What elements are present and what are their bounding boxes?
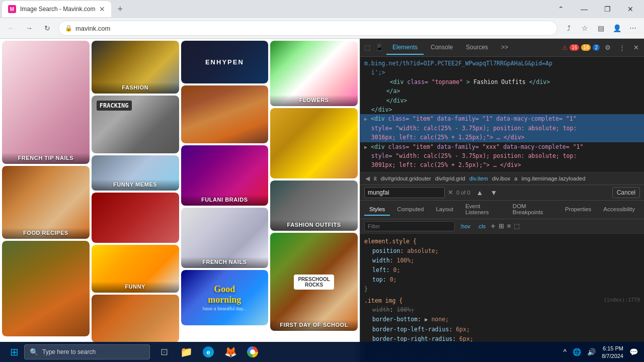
minimize-button[interactable]: — [573, 1, 596, 17]
menu-icon[interactable]: ⋯ [626, 21, 640, 35]
chevron-up-sys-icon[interactable]: ^ [561, 346, 569, 358]
sidebar-icon[interactable]: ▤ [594, 21, 608, 35]
breadcrumb-item-it[interactable]: it [374, 175, 377, 182]
grid-item-enhypen[interactable]: ENHYPEN [181, 41, 269, 83]
devtools-find-bar: ✕ 0 of 0 ▲ ▼ Cancel [360, 185, 644, 201]
tab-close-button[interactable]: ✕ [99, 5, 105, 13]
main-area: French Tip Nails Food Recipes Fashion di… [0, 39, 644, 362]
chrome-button[interactable] [243, 342, 263, 362]
tab-properties[interactable]: Properties [560, 204, 596, 216]
grid-item-food2[interactable] [92, 295, 179, 342]
grid-item-fulani-braids[interactable]: Fulani Braids [181, 145, 269, 206]
toolbar-icons: ⤴ ☆ ▤ 👤 ⋯ [561, 21, 640, 35]
grid-item-first-day[interactable]: PRESCHOOLROCKS First Day Of School [270, 233, 358, 331]
file-explorer-button[interactable]: 📁 [176, 342, 196, 362]
grid-item-french-tip-nails[interactable]: French Tip Nails [2, 41, 90, 164]
firefox-icon: 🦊 [224, 346, 237, 358]
breadcrumb-scroll-left[interactable]: ◀ [363, 174, 372, 183]
grid-item-funny[interactable]: Funny [92, 245, 179, 293]
close-button[interactable]: ✕ [619, 1, 642, 17]
tab-dom-breakpoints[interactable]: DOM Breakpoints [508, 201, 558, 219]
volume-icon[interactable]: 🔊 [585, 346, 598, 358]
vertical-dots-icon[interactable]: ⋮ [616, 42, 628, 54]
devtools-tab-bar: ⬚ 📱 Elements Console Sources >> ⚠ 16 14 … [360, 39, 644, 57]
grid-label-french-nails: French Nails [181, 257, 269, 268]
breadcrumb-item-gridout[interactable]: div#gridout.gridouter [381, 175, 431, 182]
star-icon[interactable]: ☆ [578, 21, 592, 35]
tab-styles[interactable]: Styles [364, 204, 390, 216]
firefox-button[interactable]: 🦊 [220, 342, 240, 362]
taskbar: ⊞ 🔍 Type here to search ⊡ 📁 e 🦊 ^ 🌐 🔊 [0, 342, 644, 362]
grid-item-french-nails[interactable]: French Nails [181, 208, 269, 268]
breadcrumb-item-item[interactable]: div.item [469, 175, 488, 182]
edge-button[interactable]: e [198, 342, 218, 362]
active-tab[interactable]: M Image Search - Mavink.com ✕ [2, 1, 111, 17]
grid-item-food-recipes[interactable]: Food Recipes [2, 166, 90, 239]
breadcrumb-item-grid[interactable]: div#grid.grid [435, 175, 465, 182]
find-clear-icon[interactable]: ✕ [448, 189, 453, 196]
breadcrumb-item-ibox[interactable]: div.ibox [492, 175, 510, 182]
profile-icon[interactable]: 👤 [610, 21, 624, 35]
devtools-close-button[interactable]: ✕ [630, 42, 642, 54]
grid-item-flowers[interactable]: Flowers [270, 41, 358, 106]
grid-label-fashion: Fashion [92, 82, 179, 94]
tab-console[interactable]: Console [425, 41, 459, 55]
taskbar-search-box[interactable]: 🔍 Type here to search [24, 344, 150, 359]
tab-layout[interactable]: Layout [431, 204, 458, 216]
grid-item-funny-bowl[interactable] [92, 193, 179, 243]
maximize-button[interactable]: ❐ [596, 1, 619, 17]
add-style-icon[interactable]: + [491, 222, 495, 231]
toggle-icon[interactable]: ≡ [507, 222, 511, 230]
breadcrumb-item-img[interactable]: img.itemimage.lazyloaded [521, 175, 585, 182]
find-prev-button[interactable]: ▲ [473, 188, 487, 198]
find-next-button[interactable]: ▼ [487, 188, 500, 198]
inspector-toggle-icon[interactable]: ⬚ [514, 222, 520, 230]
tab-more[interactable]: >> [495, 41, 514, 55]
address-bar[interactable]: 🔒 mavink.com [58, 21, 557, 36]
devtools-inspect-icon[interactable]: ⬚ [362, 41, 372, 54]
find-cancel-button[interactable]: Cancel [612, 187, 640, 198]
css-filter-input[interactable] [364, 221, 455, 231]
taskbar-time: 6:15 PM [603, 345, 623, 352]
new-tab-button[interactable]: + [113, 2, 127, 17]
forward-button[interactable]: → [22, 21, 36, 35]
window-controls: ⌃ — ❐ ✕ [549, 1, 642, 17]
start-button[interactable]: ⊞ [4, 342, 24, 362]
grid-item-braids[interactable] [181, 85, 269, 143]
refresh-button[interactable]: ↻ [40, 21, 54, 35]
tab-computed[interactable]: Computed [392, 204, 429, 216]
task-view-button[interactable]: ⊡ [154, 342, 174, 362]
clock-area[interactable]: 6:15 PM 8/7/2024 [602, 345, 623, 358]
grid-item-dress[interactable] [270, 108, 358, 178]
find-input[interactable] [364, 187, 445, 198]
notification-icon[interactable]: 💬 [627, 346, 640, 358]
breadcrumb-item-a[interactable]: a [514, 175, 517, 182]
devtools-device-icon[interactable]: 📱 [373, 41, 385, 54]
new-rule-icon[interactable]: ⊞ [499, 222, 504, 230]
tab-event-listeners[interactable]: Event Listeners [460, 201, 506, 219]
pseudo-state-button[interactable]: :hov [458, 222, 472, 230]
cls-button[interactable]: .cls [475, 222, 488, 230]
back-button[interactable]: ← [4, 21, 18, 35]
html-selected-line-1[interactable]: ▶ <div class= "item" data-family= "1" da… [360, 114, 644, 123]
tab-sources[interactable]: Sources [460, 41, 494, 55]
grid-item-fashion[interactable]: Fashion div.item 157.45 × 329.72 [92, 41, 179, 94]
share-icon[interactable]: ⤴ [561, 21, 576, 35]
tab-accessibility[interactable]: Accessibility [598, 204, 640, 216]
tab-elements[interactable]: Elements [386, 41, 424, 55]
grid-col-3: ENHYPEN Fulani Braids French Nails Good [181, 41, 269, 360]
taskbar-search-placeholder: Type here to search [42, 348, 96, 355]
chrome-icon [247, 346, 258, 357]
grid-item-fashion-outfits[interactable]: Fashion Outfits [270, 180, 358, 231]
grid-item-fracking[interactable]: FRACKING [92, 96, 179, 153]
grid-item-funny-memes[interactable]: Funny Memes [92, 155, 179, 191]
grid-item-good-morning[interactable]: Good morning have a beautiful day... [181, 270, 269, 325]
task-view-icon: ⊡ [160, 346, 168, 357]
grid-item-harvest[interactable] [2, 241, 90, 336]
lock-icon: 🔒 [65, 25, 72, 32]
html-line-2: i';> [364, 68, 640, 77]
network-icon[interactable]: 🌐 [571, 346, 583, 358]
chevron-up-icon[interactable]: ⌃ [549, 1, 573, 17]
errors-icon[interactable]: ⚠ [562, 44, 568, 51]
settings-icon[interactable]: ⚙ [602, 42, 614, 54]
